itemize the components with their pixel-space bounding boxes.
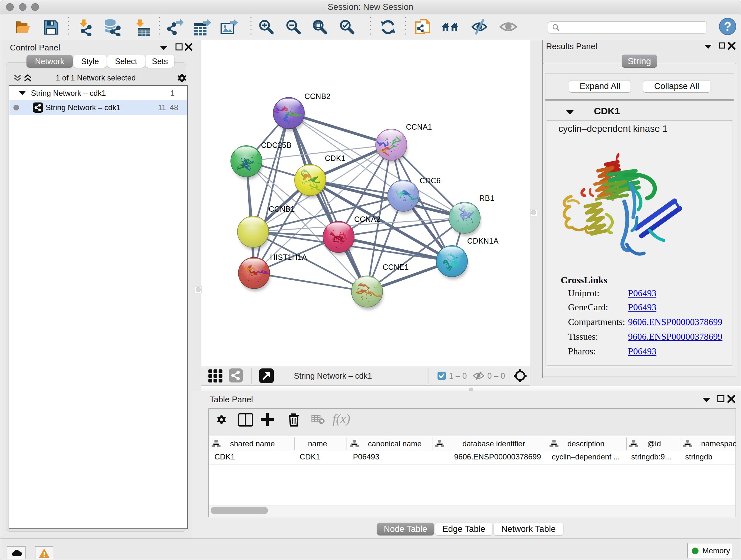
svg-text:CCNB1: CCNB1 [269,205,295,213]
svg-text:?: ? [724,20,731,33]
svg-text:CCNB2: CCNB2 [305,92,331,101]
svg-text:CDC25B: CDC25B [261,141,292,149]
svg-text:RB1: RB1 [479,194,494,202]
svg-text:CCNA2: CCNA2 [354,215,381,224]
svg-text:HIST1H1A: HIST1H1A [270,253,307,261]
svg-text:CDK1: CDK1 [325,154,346,163]
svg-text:CCNE1: CCNE1 [383,263,409,271]
svg-text:CDKN1A: CDKN1A [467,237,498,245]
svg-text:CCNA1: CCNA1 [406,123,432,131]
svg-text:CDC6: CDC6 [420,177,441,185]
